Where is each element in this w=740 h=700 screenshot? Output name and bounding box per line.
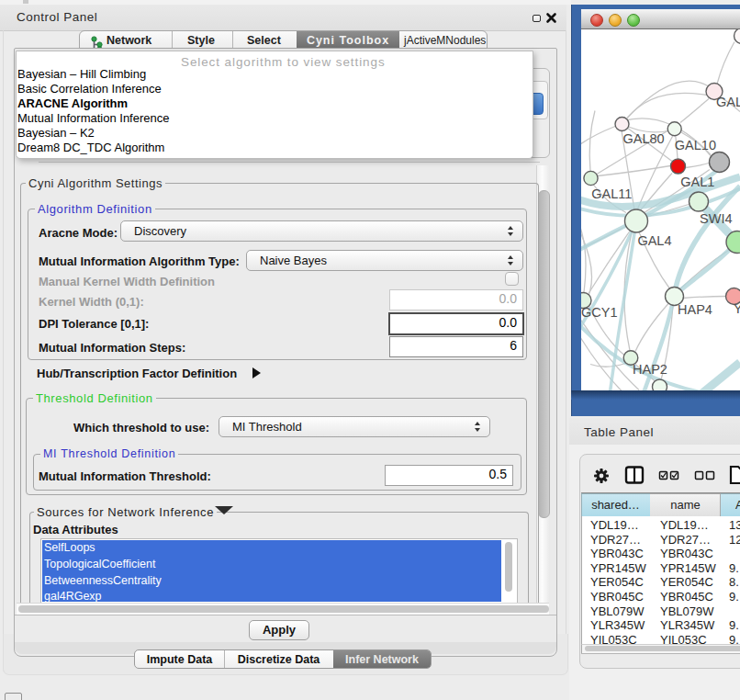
svg-text:GAL1: GAL1 xyxy=(680,175,714,189)
svg-text:HAP2: HAP2 xyxy=(633,362,667,377)
svg-text:GAL11: GAL11 xyxy=(591,186,632,201)
svg-text:GAL10: GAL10 xyxy=(675,137,716,152)
svg-text:GCY1: GCY1 xyxy=(581,305,618,320)
svg-text:Y: Y xyxy=(734,300,740,315)
svg-text:GAL4: GAL4 xyxy=(637,233,671,248)
svg-text:GAL: GAL xyxy=(716,94,740,108)
svg-text:GAL80: GAL80 xyxy=(623,130,665,145)
svg-text:HAP4: HAP4 xyxy=(678,302,712,317)
svg-text:SWI4: SWI4 xyxy=(700,210,732,225)
